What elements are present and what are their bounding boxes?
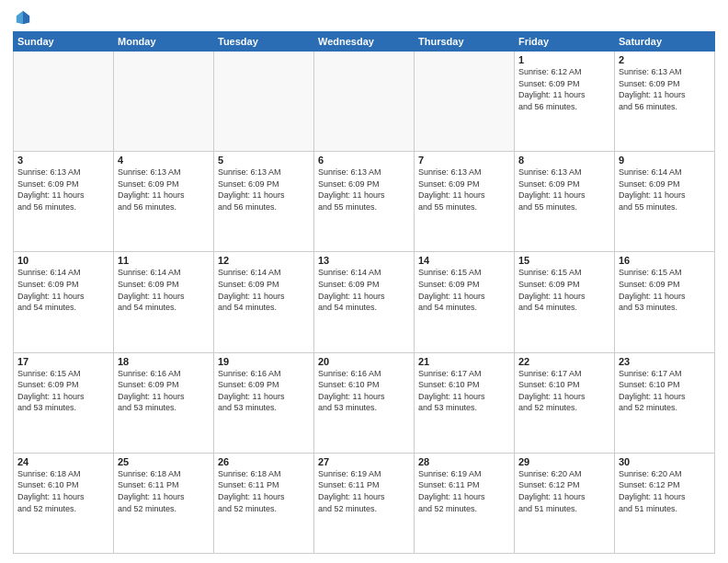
day-info: Sunrise: 6:16 AM Sunset: 6:10 PM Dayligh…	[318, 368, 410, 414]
calendar-day-cell: 16Sunrise: 6:15 AM Sunset: 6:09 PM Dayli…	[615, 252, 715, 352]
calendar-week-row: 3Sunrise: 6:13 AM Sunset: 6:09 PM Daylig…	[14, 152, 715, 252]
day-number: 14	[418, 255, 510, 266]
day-number: 7	[418, 155, 510, 166]
day-number: 21	[418, 356, 510, 367]
calendar-day-cell: 23Sunrise: 6:17 AM Sunset: 6:10 PM Dayli…	[615, 352, 715, 453]
calendar-day-cell: 25Sunrise: 6:18 AM Sunset: 6:11 PM Dayli…	[114, 453, 214, 553]
day-number: 3	[17, 155, 109, 166]
calendar-day-cell: 5Sunrise: 6:13 AM Sunset: 6:09 PM Daylig…	[214, 152, 314, 252]
day-number: 24	[17, 456, 109, 467]
day-info: Sunrise: 6:13 AM Sunset: 6:09 PM Dayligh…	[118, 167, 210, 213]
calendar-day-cell: 6Sunrise: 6:13 AM Sunset: 6:09 PM Daylig…	[314, 152, 415, 252]
day-info: Sunrise: 6:17 AM Sunset: 6:10 PM Dayligh…	[619, 368, 711, 414]
calendar-day-cell: 20Sunrise: 6:16 AM Sunset: 6:10 PM Dayli…	[314, 352, 415, 453]
day-info: Sunrise: 6:13 AM Sunset: 6:09 PM Dayligh…	[418, 167, 510, 213]
day-info: Sunrise: 6:15 AM Sunset: 6:09 PM Dayligh…	[518, 267, 610, 313]
day-info: Sunrise: 6:13 AM Sunset: 6:09 PM Dayligh…	[619, 66, 711, 112]
calendar-day-cell: 12Sunrise: 6:14 AM Sunset: 6:09 PM Dayli…	[214, 252, 314, 352]
calendar-day-cell: 27Sunrise: 6:19 AM Sunset: 6:11 PM Dayli…	[314, 453, 415, 553]
day-info: Sunrise: 6:17 AM Sunset: 6:10 PM Dayligh…	[418, 368, 510, 414]
day-number: 29	[518, 456, 610, 467]
calendar-week-row: 1Sunrise: 6:12 AM Sunset: 6:09 PM Daylig…	[14, 52, 715, 152]
calendar-day-header: Saturday	[615, 32, 715, 52]
day-number: 22	[518, 356, 610, 367]
day-info: Sunrise: 6:14 AM Sunset: 6:09 PM Dayligh…	[619, 167, 711, 213]
day-info: Sunrise: 6:20 AM Sunset: 6:12 PM Dayligh…	[518, 468, 610, 514]
day-number: 30	[619, 456, 711, 467]
calendar-day-cell	[114, 52, 214, 152]
calendar-day-cell: 21Sunrise: 6:17 AM Sunset: 6:10 PM Dayli…	[415, 352, 515, 453]
day-info: Sunrise: 6:17 AM Sunset: 6:10 PM Dayligh…	[518, 368, 610, 414]
day-info: Sunrise: 6:13 AM Sunset: 6:09 PM Dayligh…	[17, 167, 109, 213]
day-info: Sunrise: 6:13 AM Sunset: 6:09 PM Dayligh…	[218, 167, 310, 213]
calendar-day-header: Thursday	[415, 32, 515, 52]
calendar-day-cell	[214, 52, 314, 152]
day-number: 25	[118, 456, 210, 467]
day-info: Sunrise: 6:13 AM Sunset: 6:09 PM Dayligh…	[518, 167, 610, 213]
calendar-day-cell: 18Sunrise: 6:16 AM Sunset: 6:09 PM Dayli…	[114, 352, 214, 453]
day-number: 4	[118, 155, 210, 166]
calendar-day-cell: 26Sunrise: 6:18 AM Sunset: 6:11 PM Dayli…	[214, 453, 314, 553]
calendar-day-header: Wednesday	[314, 32, 415, 52]
day-number: 5	[218, 155, 310, 166]
day-info: Sunrise: 6:16 AM Sunset: 6:09 PM Dayligh…	[218, 368, 310, 414]
calendar-week-row: 24Sunrise: 6:18 AM Sunset: 6:10 PM Dayli…	[14, 453, 715, 553]
calendar-table: SundayMondayTuesdayWednesdayThursdayFrid…	[13, 31, 715, 554]
calendar-day-cell: 8Sunrise: 6:13 AM Sunset: 6:09 PM Daylig…	[515, 152, 615, 252]
day-number: 10	[17, 255, 109, 266]
day-number: 19	[218, 356, 310, 367]
page-header	[13, 9, 715, 26]
day-info: Sunrise: 6:18 AM Sunset: 6:10 PM Dayligh…	[17, 468, 109, 514]
day-info: Sunrise: 6:14 AM Sunset: 6:09 PM Dayligh…	[218, 267, 310, 313]
calendar-day-cell: 19Sunrise: 6:16 AM Sunset: 6:09 PM Dayli…	[214, 352, 314, 453]
day-info: Sunrise: 6:12 AM Sunset: 6:09 PM Dayligh…	[518, 66, 610, 112]
calendar-header-row: SundayMondayTuesdayWednesdayThursdayFrid…	[14, 32, 715, 52]
day-number: 9	[619, 155, 711, 166]
day-number: 8	[518, 155, 610, 166]
calendar-day-header: Monday	[114, 32, 214, 52]
day-info: Sunrise: 6:14 AM Sunset: 6:09 PM Dayligh…	[17, 267, 109, 313]
day-info: Sunrise: 6:18 AM Sunset: 6:11 PM Dayligh…	[218, 468, 310, 514]
day-info: Sunrise: 6:14 AM Sunset: 6:09 PM Dayligh…	[118, 267, 210, 313]
calendar-day-cell: 24Sunrise: 6:18 AM Sunset: 6:10 PM Dayli…	[14, 453, 114, 553]
day-number: 17	[17, 356, 109, 367]
day-number: 27	[318, 456, 410, 467]
day-info: Sunrise: 6:15 AM Sunset: 6:09 PM Dayligh…	[619, 267, 711, 313]
day-info: Sunrise: 6:19 AM Sunset: 6:11 PM Dayligh…	[318, 468, 410, 514]
day-number: 20	[318, 356, 410, 367]
calendar-day-cell: 29Sunrise: 6:20 AM Sunset: 6:12 PM Dayli…	[515, 453, 615, 553]
day-info: Sunrise: 6:15 AM Sunset: 6:09 PM Dayligh…	[418, 267, 510, 313]
day-info: Sunrise: 6:13 AM Sunset: 6:09 PM Dayligh…	[318, 167, 410, 213]
logo	[13, 9, 31, 26]
day-number: 11	[118, 255, 210, 266]
day-info: Sunrise: 6:20 AM Sunset: 6:12 PM Dayligh…	[619, 468, 711, 514]
day-number: 6	[318, 155, 410, 166]
calendar-day-cell: 10Sunrise: 6:14 AM Sunset: 6:09 PM Dayli…	[14, 252, 114, 352]
day-number: 13	[318, 255, 410, 266]
day-info: Sunrise: 6:16 AM Sunset: 6:09 PM Dayligh…	[118, 368, 210, 414]
day-number: 26	[218, 456, 310, 467]
calendar-day-header: Tuesday	[214, 32, 314, 52]
day-info: Sunrise: 6:15 AM Sunset: 6:09 PM Dayligh…	[17, 368, 109, 414]
calendar-day-cell	[314, 52, 415, 152]
calendar-day-cell: 28Sunrise: 6:19 AM Sunset: 6:11 PM Dayli…	[415, 453, 515, 553]
calendar-week-row: 17Sunrise: 6:15 AM Sunset: 6:09 PM Dayli…	[14, 352, 715, 453]
calendar-day-cell: 14Sunrise: 6:15 AM Sunset: 6:09 PM Dayli…	[415, 252, 515, 352]
calendar-day-cell: 3Sunrise: 6:13 AM Sunset: 6:09 PM Daylig…	[14, 152, 114, 252]
logo-icon	[15, 9, 31, 26]
calendar-day-cell: 1Sunrise: 6:12 AM Sunset: 6:09 PM Daylig…	[515, 52, 615, 152]
day-number: 16	[619, 255, 711, 266]
calendar-day-cell: 4Sunrise: 6:13 AM Sunset: 6:09 PM Daylig…	[114, 152, 214, 252]
day-number: 2	[619, 54, 711, 65]
calendar-day-cell: 2Sunrise: 6:13 AM Sunset: 6:09 PM Daylig…	[615, 52, 715, 152]
calendar-day-cell	[14, 52, 114, 152]
calendar-day-header: Sunday	[14, 32, 114, 52]
day-number: 23	[619, 356, 711, 367]
day-number: 1	[518, 54, 610, 65]
calendar-day-cell	[415, 52, 515, 152]
day-info: Sunrise: 6:14 AM Sunset: 6:09 PM Dayligh…	[318, 267, 410, 313]
calendar-day-cell: 9Sunrise: 6:14 AM Sunset: 6:09 PM Daylig…	[615, 152, 715, 252]
calendar-day-cell: 17Sunrise: 6:15 AM Sunset: 6:09 PM Dayli…	[14, 352, 114, 453]
calendar-day-cell: 13Sunrise: 6:14 AM Sunset: 6:09 PM Dayli…	[314, 252, 415, 352]
day-number: 12	[218, 255, 310, 266]
